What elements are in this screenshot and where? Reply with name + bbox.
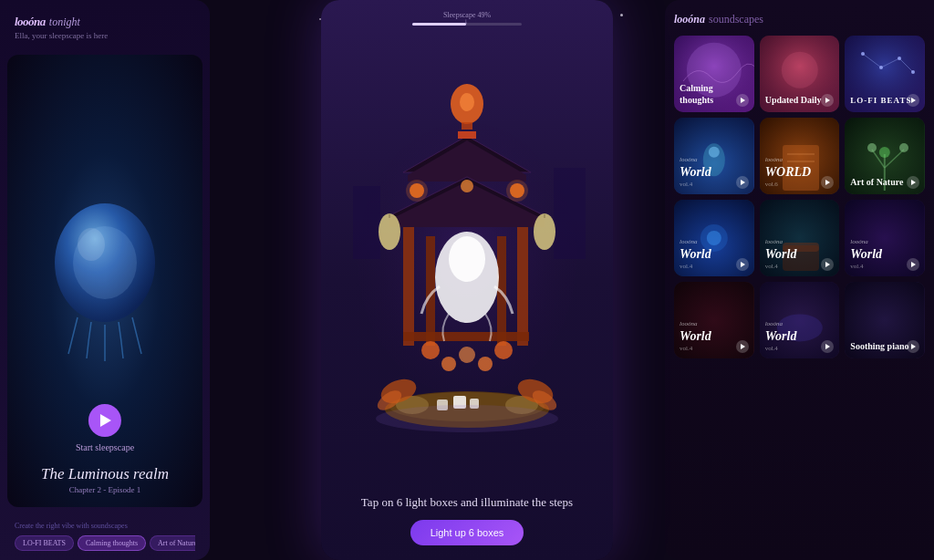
tag-calming[interactable]: Calming thoughts xyxy=(78,535,146,551)
svg-rect-11 xyxy=(458,131,476,139)
loona-logo-text: looóna xyxy=(15,15,46,29)
svg-point-18 xyxy=(506,180,528,202)
tonight-label: tonight xyxy=(49,16,80,29)
svg-point-50 xyxy=(781,52,817,88)
calming-bg: Calming thoughts xyxy=(674,36,754,112)
world1-bg: looóna World vol.4 xyxy=(674,118,754,194)
grid-item-world1[interactable]: looóna World vol.4 xyxy=(674,118,754,194)
right-section-label: soundscapes xyxy=(709,13,763,26)
subtitle: Ella, your sleepscape is here xyxy=(15,31,195,40)
piano-play[interactable] xyxy=(907,340,919,353)
nature-bg: Art of Nature xyxy=(845,118,925,194)
grid-item-world3[interactable]: looóna World vol.4 xyxy=(674,200,754,276)
svg-rect-7 xyxy=(353,186,380,259)
realm-name: The Luminous realm xyxy=(7,465,202,483)
svg-rect-24 xyxy=(517,227,528,346)
updated-bg: Updated Daily xyxy=(760,36,840,112)
calming-play[interactable] xyxy=(736,94,749,107)
soundscapes-grid: Calming thoughts Updated Daily xyxy=(674,36,925,358)
svg-point-19 xyxy=(379,213,400,250)
grid-item-soothing[interactable]: looóna World vol.4 xyxy=(760,282,840,358)
left-panel: looóna tonight Ella, your sleepscape is … xyxy=(0,0,210,560)
svg-point-2 xyxy=(78,228,105,261)
right-panel-header: looóna soundscapes xyxy=(674,13,925,26)
svg-rect-5 xyxy=(462,122,472,130)
world2-bg: looóna WORLD vol.6 xyxy=(760,118,840,194)
light-button[interactable]: Light up 6 boxes xyxy=(410,520,524,545)
right-panel: looóna soundscapes Calming thoughts xyxy=(665,0,934,560)
lofi-play[interactable] xyxy=(907,94,919,107)
svg-point-71 xyxy=(867,143,877,152)
svg-point-31 xyxy=(494,341,513,359)
realm-chapter: Chapter 2 - Episode 1 xyxy=(7,485,202,494)
svg-point-56 xyxy=(879,66,883,69)
play-icon xyxy=(100,414,111,427)
grid-item-world5[interactable]: looóna World vol.4 xyxy=(845,200,925,276)
grid-item-piano[interactable]: Soothing piano xyxy=(845,282,925,358)
svg-point-30 xyxy=(421,341,440,359)
start-label: Start sleepscape xyxy=(76,442,134,452)
svg-point-6 xyxy=(460,93,474,111)
grid-item-lofi[interactable]: LO-FI BEATS xyxy=(845,36,925,112)
world5-play[interactable] xyxy=(907,258,919,271)
svg-point-33 xyxy=(478,357,493,371)
play-button-area[interactable]: Start sleepscape xyxy=(76,404,134,452)
svg-point-46 xyxy=(376,405,558,432)
svg-point-73 xyxy=(879,147,890,158)
grid-item-calming[interactable]: Calming thoughts xyxy=(674,36,754,112)
tag-lofi[interactable]: LO-FI BEATS xyxy=(15,535,74,551)
lofi-bg: LO-FI BEATS xyxy=(845,36,925,112)
world1-play[interactable] xyxy=(736,176,749,189)
jellyfish-svg xyxy=(41,199,169,363)
svg-point-32 xyxy=(441,357,456,371)
grid-item-world4[interactable]: looóna World vol.4 xyxy=(760,200,840,276)
soothing-bg: looóna World vol.4 xyxy=(760,282,840,358)
sleepscape-progress: Sleepscape 49% ↓ xyxy=(412,11,522,26)
svg-point-29 xyxy=(449,236,485,282)
progress-marker: ↓ xyxy=(464,17,468,26)
create-label: Create the right vibe with soundscapes xyxy=(15,522,195,530)
sleepscape-image[interactable]: Start sleepscape The Luminous realm Chap… xyxy=(7,55,202,507)
svg-rect-23 xyxy=(403,227,414,346)
right-loona-logo: looóna xyxy=(674,13,705,26)
grid-item-nature[interactable]: Art of Nature xyxy=(845,118,925,194)
svg-rect-8 xyxy=(554,168,586,259)
world6-play[interactable] xyxy=(736,340,749,353)
world3-bg: looóna World vol.4 xyxy=(674,200,754,276)
svg-point-58 xyxy=(911,70,915,74)
piano-bg: Soothing piano xyxy=(845,282,925,358)
instruction-text: Tap on 6 light boxes and illuminate the … xyxy=(339,494,595,511)
grid-item-world2[interactable]: looóna WORLD vol.6 xyxy=(760,118,840,194)
tag-nature[interactable]: Art of Nature xyxy=(150,535,195,551)
svg-point-72 xyxy=(899,143,908,152)
center-panel: Sleepscape 49% ↓ xyxy=(321,0,613,560)
brand-logo: looóna tonight xyxy=(15,15,195,29)
grid-item-updated[interactable]: Updated Daily xyxy=(760,36,840,112)
grid-item-world6[interactable]: looóna World vol.4 xyxy=(674,282,754,358)
play-circle[interactable] xyxy=(88,404,121,437)
svg-point-20 xyxy=(534,213,555,250)
world5-bg: looóna World vol.4 xyxy=(845,200,925,276)
world4-bg: looóna World vol.4 xyxy=(760,200,840,276)
left-panel-header: looóna tonight Ella, your sleepscape is … xyxy=(0,0,210,47)
svg-point-34 xyxy=(459,347,475,363)
nature-play[interactable] xyxy=(907,176,919,189)
svg-point-55 xyxy=(861,52,865,56)
svg-point-57 xyxy=(898,57,901,60)
left-panel-bottom: Create the right vibe with soundscapes L… xyxy=(0,514,210,560)
bottom-tags: LO-FI BEATS Calming thoughts Art of Natu… xyxy=(15,535,195,551)
svg-point-16 xyxy=(461,180,473,192)
world6-bg: looóna World vol.4 xyxy=(674,282,754,358)
realm-title-area: The Luminous realm Chapter 2 - Episode 1 xyxy=(7,465,202,494)
svg-point-17 xyxy=(406,180,428,202)
pagoda-svg xyxy=(335,77,599,432)
world3-play[interactable] xyxy=(736,258,749,271)
svg-rect-27 xyxy=(403,332,529,341)
bottom-instruction: Tap on 6 light boxes and illuminate the … xyxy=(321,483,613,560)
pagoda-scene xyxy=(321,26,613,483)
